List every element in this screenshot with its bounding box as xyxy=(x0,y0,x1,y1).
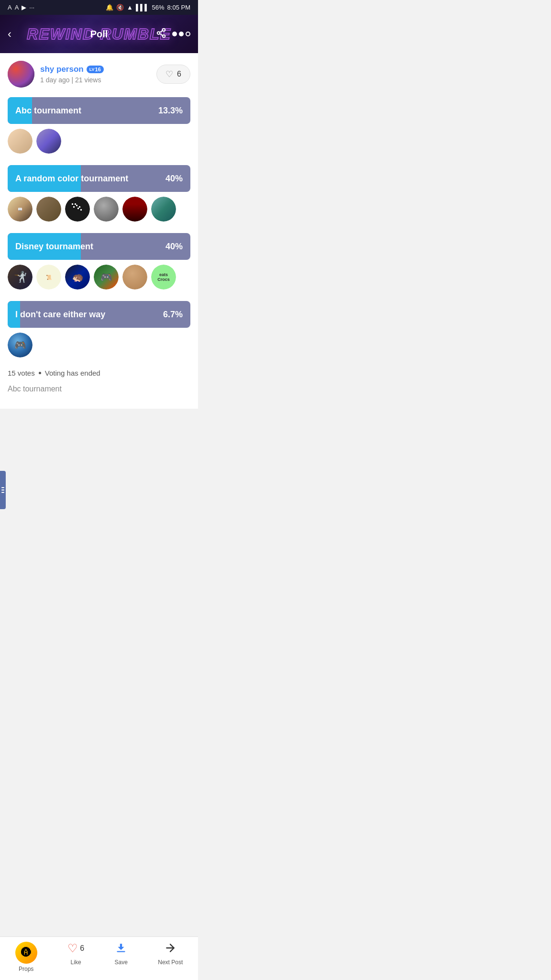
level-badge: LV16 xyxy=(87,66,104,73)
poll-bar-abc[interactable]: Abc tournament 13.3% xyxy=(8,97,190,124)
poll-pct-disney: 40% xyxy=(165,242,183,252)
user-info: shy person LV16 1 day ago | 21 views xyxy=(8,61,104,88)
dot-separator xyxy=(39,372,41,374)
poll-option-4[interactable]: I don't care either way 6.7% 🎮 xyxy=(8,301,190,357)
user-row: shy person LV16 1 day ago | 21 views ♡ 6 xyxy=(8,61,190,88)
heart-icon: ♡ xyxy=(165,69,173,79)
voter-1[interactable] xyxy=(8,129,33,154)
voter-6[interactable] xyxy=(94,197,119,222)
status-icon-youtube: ▶ xyxy=(22,4,26,11)
post-meta: 1 day ago | 21 views xyxy=(40,76,104,84)
back-button[interactable]: ‹ xyxy=(8,27,11,41)
svg-rect-9 xyxy=(77,208,79,209)
notification-icon: 🔔 xyxy=(106,4,113,11)
user-details: shy person LV16 1 day ago | 21 views xyxy=(40,65,104,84)
votes-summary: 15 votes Voting has ended xyxy=(8,369,190,377)
svg-rect-6 xyxy=(75,203,76,205)
mute-icon: 🔇 xyxy=(116,4,124,11)
voter-3[interactable]: 📖 xyxy=(8,197,33,222)
poll-label-random: A random color tournament xyxy=(15,174,128,184)
below-poll-label: Abc tournament xyxy=(8,385,190,401)
voter-14[interactable]: eatsCrocs xyxy=(151,265,176,290)
voter-12[interactable]: 🎮 xyxy=(94,265,119,290)
status-icon-a2: A xyxy=(15,4,19,11)
poll-label-dontcare: I don't care either way xyxy=(15,310,105,320)
dots-menu[interactable] xyxy=(172,32,190,36)
battery-level: 56% xyxy=(152,4,165,11)
like-button[interactable]: ♡ 6 xyxy=(156,65,190,84)
dot-1 xyxy=(172,32,177,36)
status-right: 🔔 🔇 ▲ ▌▌▌ 56% 8:05 PM xyxy=(106,4,190,11)
poll-content-dontcare: I don't care either way 6.7% xyxy=(8,301,190,328)
voter-9[interactable]: 🤺 xyxy=(8,265,33,290)
total-votes: 15 votes xyxy=(8,369,35,377)
content-area: shy person LV16 1 day ago | 21 views ♡ 6 xyxy=(0,53,198,447)
svg-line-4 xyxy=(160,30,163,32)
voters-row-abc xyxy=(8,129,190,154)
status-icon-a1: A xyxy=(8,4,12,11)
dot-3 xyxy=(186,32,190,36)
voter-5[interactable] xyxy=(65,197,90,222)
app-header: Rewind Rumble ‹ Poll xyxy=(0,15,198,53)
poll-bar-disney[interactable]: Disney tournament 40% xyxy=(8,233,190,260)
poll-pct-abc: 13.3% xyxy=(158,106,183,116)
voter-4[interactable] xyxy=(36,197,61,222)
status-icon-more: ··· xyxy=(29,4,34,11)
post-container: shy person LV16 1 day ago | 21 views ♡ 6 xyxy=(0,53,198,409)
status-left: A A ▶ ··· xyxy=(8,4,34,11)
voting-status: Voting has ended xyxy=(45,369,100,377)
poll-label-disney: Disney tournament xyxy=(15,242,93,252)
time-display: 8:05 PM xyxy=(167,4,190,11)
wifi-icon: ▲ xyxy=(127,4,133,11)
voters-row-dontcare: 🎮 xyxy=(8,333,190,357)
voter-13[interactable] xyxy=(122,265,147,290)
like-count: 6 xyxy=(177,70,181,78)
poll-option-1[interactable]: Abc tournament 13.3% xyxy=(8,97,190,154)
svg-rect-10 xyxy=(79,206,80,208)
svg-line-3 xyxy=(160,33,163,35)
poll-option-2[interactable]: A random color tournament 40% 📖 xyxy=(8,165,190,222)
voter-8[interactable] xyxy=(151,197,176,222)
poll-pct-random: 40% xyxy=(165,174,183,184)
poll-label-abc: Abc tournament xyxy=(15,106,81,116)
poll-content-disney: Disney tournament 40% xyxy=(8,233,190,260)
voter-2[interactable] xyxy=(36,129,61,154)
svg-rect-7 xyxy=(73,206,75,208)
poll-content-random: A random color tournament 40% xyxy=(8,165,190,192)
user-avatar[interactable] xyxy=(8,61,34,88)
status-bar: A A ▶ ··· 🔔 🔇 ▲ ▌▌▌ 56% 8:05 PM xyxy=(0,0,198,15)
svg-rect-5 xyxy=(72,203,73,205)
poll-content-abc: Abc tournament 13.3% xyxy=(8,97,190,124)
voters-row-disney: 🤺 📜 🦔 🎮 ea xyxy=(8,265,190,290)
voter-11[interactable]: 🦔 xyxy=(65,265,90,290)
voter-10[interactable]: 📜 xyxy=(36,265,61,290)
voter-7[interactable] xyxy=(122,197,147,222)
poll-bar-random[interactable]: A random color tournament 40% xyxy=(8,165,190,192)
poll-pct-dontcare: 6.7% xyxy=(163,310,183,320)
poll-option-3[interactable]: Disney tournament 40% 🤺 📜 🦔 🎮 xyxy=(8,233,190,290)
poll-section: Abc tournament 13.3% xyxy=(8,97,190,401)
signal-icon: ▌▌▌ xyxy=(136,4,149,11)
dot-2 xyxy=(179,32,184,36)
voter-15[interactable]: 🎮 xyxy=(8,333,33,357)
header-title: Poll xyxy=(90,29,108,40)
svg-rect-8 xyxy=(76,205,77,206)
voters-row-random: 📖 xyxy=(8,197,190,222)
poll-bar-dontcare[interactable]: I don't care either way 6.7% xyxy=(8,301,190,328)
username[interactable]: shy person LV16 xyxy=(40,65,104,74)
header-right-controls xyxy=(156,28,190,41)
svg-rect-11 xyxy=(80,209,82,211)
share-icon[interactable] xyxy=(156,28,166,41)
